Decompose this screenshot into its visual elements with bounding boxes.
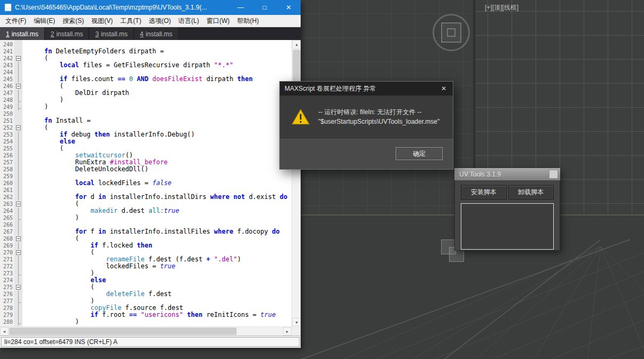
fold-guide	[14, 103, 22, 110]
code-line-241[interactable]: fn DeleteEmptyFolders dirpath =	[29, 48, 301, 55]
tab-number: 4	[140, 30, 144, 38]
fold-guide	[14, 180, 22, 187]
window-icon	[5, 4, 11, 11]
fold-toggle-icon[interactable]	[14, 201, 22, 208]
line-number: 242	[0, 55, 13, 62]
horizontal-scroll-thumb[interactable]	[9, 328, 237, 335]
status-bar: li=284 co=1 offset=6479 INS (CR+LF) A	[0, 336, 301, 348]
fold-guide	[14, 305, 22, 312]
code-line-248[interactable]: )	[29, 97, 301, 103]
code-area: 2402412422432442452462472482492502512522…	[0, 40, 301, 326]
fold-guide	[14, 291, 22, 298]
uv-script-list[interactable]	[461, 203, 554, 250]
menu-item[interactable]: 语言(L)	[175, 17, 203, 26]
code-line-249[interactable]: )	[29, 103, 301, 110]
line-number: 273	[0, 270, 13, 277]
line-number: 277	[0, 298, 13, 305]
line-number: 278	[0, 305, 13, 312]
shading-mode-label[interactable]: [线框]	[502, 4, 519, 11]
code-line-260[interactable]: local lockedFiles = false	[29, 180, 301, 187]
maximize-button[interactable]: □	[253, 0, 277, 15]
code-line-254[interactable]: else	[29, 138, 301, 145]
code-line-265[interactable]: )	[29, 214, 301, 221]
fold-guide	[14, 318, 22, 325]
fold-guide	[14, 256, 22, 263]
line-number: 244	[0, 69, 13, 76]
line-number: 247	[0, 90, 13, 97]
code-line-251[interactable]: fn Install =	[29, 117, 301, 124]
fold-toggle-icon[interactable]	[14, 83, 22, 90]
navigation-gizmo-icon[interactable]	[433, 14, 470, 51]
fold-toggle-icon[interactable]	[14, 55, 22, 62]
menu-item[interactable]: 窗口(W)	[203, 17, 233, 26]
menu-item[interactable]: 视图(V)	[88, 17, 116, 26]
uninstall-script-button[interactable]: 卸载脚本	[508, 185, 554, 200]
uv-tools-panel: UV Tools 3.1.9 安装脚本 卸载脚本	[454, 168, 560, 251]
code-line-243[interactable]: local files = GetFilesRecursive dirpath …	[29, 62, 301, 69]
window-title: C:\Users\5465465\AppData\Local\Temp\mzpt…	[15, 4, 229, 11]
fold-toggle-icon[interactable]	[14, 249, 22, 256]
warning-icon	[292, 109, 310, 125]
minimize-button[interactable]: —	[229, 0, 253, 15]
code-line-245[interactable]: if files.count == 0 AND doesFileExist di…	[29, 76, 301, 83]
viewport-name-label[interactable]: [顶]	[492, 4, 502, 11]
menu-item[interactable]: 帮助(H)	[233, 17, 263, 26]
tab-number: 1	[6, 30, 10, 38]
line-number: 240	[0, 41, 13, 48]
dialog-close-button[interactable]: ✕	[435, 82, 453, 95]
fold-toggle-icon[interactable]	[14, 235, 22, 242]
desktop: [+][顶][线框]	[0, 0, 644, 359]
code-line-280[interactable]: )	[29, 318, 301, 325]
code-line-258[interactable]: DeleteUnlockedDll()	[29, 166, 301, 173]
fold-toggle-icon[interactable]	[14, 124, 22, 131]
scroll-down-icon[interactable]: ▼	[292, 318, 301, 326]
dialog-title-bar[interactable]: MAXScript 卷展栏处理程序 异常 ✕	[280, 82, 453, 95]
line-number: 248	[0, 97, 13, 103]
code-lines[interactable]: fn DeleteEmptyFolders dirpath = ( local …	[22, 40, 301, 326]
scroll-left-icon[interactable]: ◄	[0, 327, 9, 336]
install-script-button[interactable]: 安装脚本	[461, 185, 507, 200]
fold-guide	[14, 41, 22, 48]
menu-item[interactable]: 工具(T)	[116, 17, 145, 26]
close-button[interactable]: ✕	[277, 0, 301, 15]
menu-item[interactable]: 选项(O)	[145, 17, 175, 26]
fold-margin[interactable]	[14, 40, 22, 326]
uv-panel-close-button[interactable]	[549, 170, 558, 179]
line-number: 261	[0, 187, 13, 194]
tab-install-3[interactable]: 3install.ms	[89, 27, 134, 41]
scroll-up-icon[interactable]: ▲	[292, 40, 301, 49]
tab-install-4[interactable]: 4install.ms	[134, 27, 179, 41]
tab-install-1[interactable]: 1install.ms	[0, 27, 45, 41]
line-number: 263	[0, 201, 13, 208]
editor-title-bar[interactable]: C:\Users\5465465\AppData\Local\Temp\mzpt…	[0, 0, 301, 15]
horizontal-scrollbar[interactable]: ◄ ►	[0, 326, 292, 336]
menu-item[interactable]: 编辑(E)	[30, 17, 59, 26]
line-number: 252	[0, 124, 13, 131]
viewport-menu-icon[interactable]: [+]	[485, 4, 492, 11]
uv-panel-title-bar[interactable]: UV Tools 3.1.9	[454, 168, 560, 180]
line-number: 269	[0, 242, 13, 249]
tab-install-2[interactable]: 2install.ms	[45, 27, 90, 41]
line-number: 246	[0, 83, 13, 90]
fold-guide	[14, 110, 22, 117]
dialog-footer: 确定	[280, 138, 453, 169]
uv-panel-title: UV Tools 3.1.9	[459, 171, 501, 178]
tab-number: 3	[95, 30, 99, 38]
code-line-247[interactable]: DelDir dirpath	[29, 90, 301, 97]
fold-guide	[14, 166, 22, 173]
fold-guide	[14, 194, 22, 201]
fold-toggle-icon[interactable]	[14, 284, 22, 291]
scroll-right-icon[interactable]: ►	[283, 327, 292, 336]
fold-guide	[14, 159, 22, 166]
fold-guide	[14, 97, 22, 103]
menu-item[interactable]: 文件(F)	[2, 17, 30, 26]
line-number: 275	[0, 284, 13, 291]
line-number: 245	[0, 76, 13, 83]
line-number: 280	[0, 318, 13, 325]
fold-guide	[14, 117, 22, 124]
fold-guide	[14, 69, 22, 76]
fold-guide	[14, 298, 22, 305]
gizmo-inner-square-icon	[447, 28, 455, 37]
menu-item[interactable]: 搜索(S)	[59, 17, 88, 26]
ok-button[interactable]: 确定	[396, 147, 443, 160]
